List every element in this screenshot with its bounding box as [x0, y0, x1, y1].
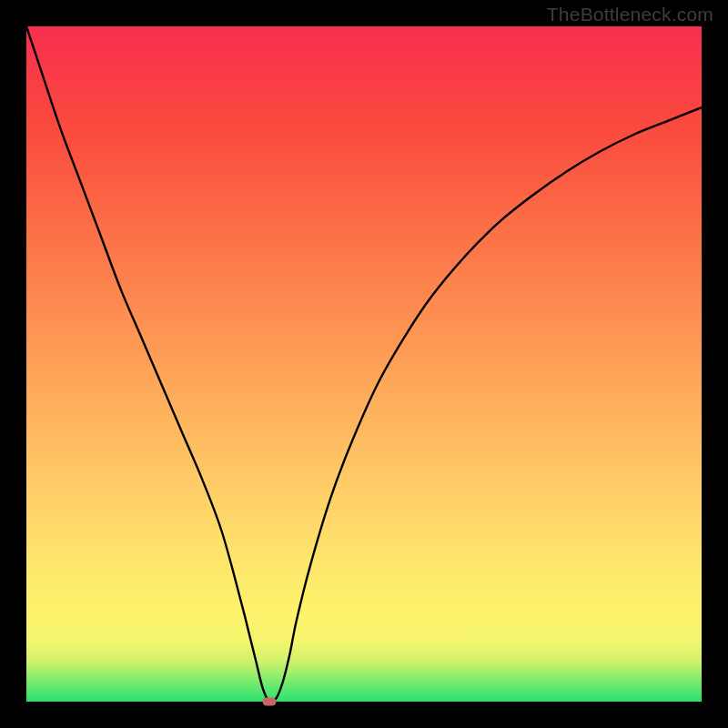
plot-area [26, 26, 702, 702]
watermark-text: TheBottleneck.com [547, 4, 713, 25]
curve-svg [26, 26, 702, 702]
optimal-marker [263, 698, 277, 706]
bottleneck-curve [26, 26, 702, 703]
chart-frame: TheBottleneck.com [0, 0, 728, 728]
